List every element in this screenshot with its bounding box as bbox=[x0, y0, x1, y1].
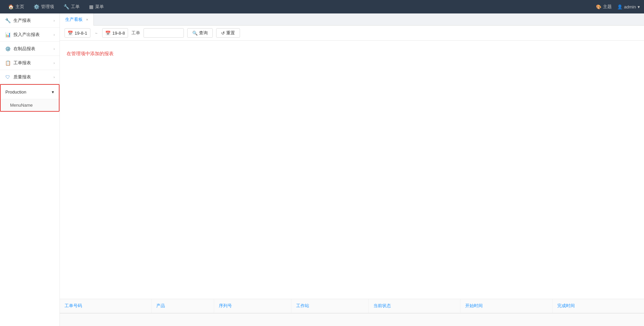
sidebar-item-production-report-left: 🔧 生产报表 bbox=[5, 17, 31, 24]
production-report-chevron-icon: › bbox=[53, 19, 55, 23]
home-icon: 🏠 bbox=[8, 4, 14, 9]
input-output-icon: 📊 bbox=[5, 32, 11, 37]
col-workorder-code: 工单号码 bbox=[60, 299, 151, 313]
layout: 🔧 生产报表 › 📊 投入产出报表 › ⚙️ 在制品报表 › 📋 工单报表 bbox=[0, 13, 644, 326]
sidebar-item-production-report-label: 生产报表 bbox=[13, 17, 31, 24]
sidebar-item-workorder-label: 工单报表 bbox=[13, 60, 31, 66]
sidebar-item-wip-left: ⚙️ 在制品报表 bbox=[5, 46, 35, 52]
col-current-status: 当前状态 bbox=[368, 299, 460, 313]
toolbar: 📅 19-8-1 ~ 📅 19-8-8 工单 🔍 查询 ↺ 重置 bbox=[60, 26, 644, 41]
query-icon: 🔍 bbox=[192, 31, 198, 36]
nav-admin-label: 管理项 bbox=[41, 4, 54, 10]
theme-label: 主题 bbox=[603, 4, 612, 10]
tab-production-dashboard-label: 生产看板 bbox=[65, 16, 83, 23]
sidebar-group-header[interactable]: Production ▾ bbox=[1, 85, 59, 99]
info-message: 在管理项中添加的报表 bbox=[67, 47, 637, 60]
sidebar-item-wip-label: 在制品报表 bbox=[13, 46, 35, 52]
sidebar-item-workorder-left: 📋 工单报表 bbox=[5, 60, 31, 66]
end-date-input[interactable]: 📅 19-8-8 bbox=[102, 28, 128, 38]
nav-menu-label: 菜单 bbox=[95, 4, 104, 10]
theme-switcher[interactable]: 🎨 主题 bbox=[596, 4, 612, 10]
theme-icon: 🎨 bbox=[596, 4, 601, 9]
col-product: 产品 bbox=[151, 299, 214, 313]
top-nav-left: 🏠 主页 ⚙️ 管理项 🔧 工单 ▦ 菜单 bbox=[4, 0, 108, 13]
nav-home-label: 主页 bbox=[15, 4, 24, 10]
sidebar-item-quality-report[interactable]: 🛡 质量报表 › bbox=[0, 70, 59, 84]
nav-workorder[interactable]: 🔧 工单 bbox=[59, 0, 84, 13]
end-date-calendar-icon: 📅 bbox=[105, 31, 111, 36]
input-output-chevron-icon: › bbox=[53, 33, 55, 37]
tab-production-dashboard[interactable]: 生产看板 × bbox=[60, 13, 94, 26]
nav-admin[interactable]: ⚙️ 管理项 bbox=[30, 0, 58, 13]
user-menu[interactable]: 👤 admin ▾ bbox=[617, 4, 640, 9]
sidebar-item-production-report[interactable]: 🔧 生产报表 › bbox=[0, 13, 59, 28]
sidebar-menu-name-label: MenuName bbox=[10, 103, 33, 108]
col-serial-no: 序列号 bbox=[214, 299, 291, 313]
sidebar-item-quality-left: 🛡 质量报表 bbox=[5, 74, 31, 80]
user-chevron-icon: ▾ bbox=[638, 4, 640, 9]
menu-icon: ▦ bbox=[89, 4, 93, 9]
sidebar-item-quality-label: 质量报表 bbox=[13, 74, 31, 80]
table-header-row: 工单号码 产品 序列号 工作站 当前状态 开始时间 完成时间 bbox=[60, 299, 644, 313]
start-date-value: 19-8-1 bbox=[75, 31, 87, 36]
table-wrapper: 工单号码 产品 序列号 工作站 当前状态 开始时间 完成时间 bbox=[60, 299, 644, 314]
quality-icon: 🛡 bbox=[5, 74, 11, 80]
sidebar-item-input-output-report[interactable]: 📊 投入产出报表 › bbox=[0, 28, 59, 42]
tab-bar: 生产看板 × bbox=[60, 13, 644, 26]
reset-button[interactable]: ↺ 重置 bbox=[216, 28, 240, 38]
sidebar-group-chevron-icon: ▾ bbox=[52, 89, 54, 95]
date-separator: ~ bbox=[94, 31, 99, 36]
data-table: 工单号码 产品 序列号 工作站 当前状态 开始时间 完成时间 bbox=[60, 299, 644, 314]
workorder-label: 工单 bbox=[131, 30, 140, 36]
top-nav: 🏠 主页 ⚙️ 管理项 🔧 工单 ▦ 菜单 🎨 主题 👤 admin ▾ bbox=[0, 0, 644, 13]
query-button[interactable]: 🔍 查询 bbox=[187, 28, 213, 38]
sidebar: 🔧 生产报表 › 📊 投入产出报表 › ⚙️ 在制品报表 › 📋 工单报表 bbox=[0, 13, 60, 326]
col-start-time: 开始时间 bbox=[460, 299, 553, 313]
sidebar-item-workorder-report[interactable]: 📋 工单报表 › bbox=[0, 56, 59, 70]
content-area: 📅 19-8-1 ~ 📅 19-8-8 工单 🔍 查询 ↺ 重置 bbox=[60, 26, 644, 326]
sidebar-menu-name[interactable]: MenuName bbox=[1, 99, 59, 111]
sidebar-item-input-output-label: 投入产出报表 bbox=[13, 32, 40, 38]
tab-close-icon[interactable]: × bbox=[86, 17, 88, 22]
production-report-icon: 🔧 bbox=[5, 18, 11, 23]
start-date-calendar-icon: 📅 bbox=[68, 31, 73, 36]
wip-icon: ⚙️ bbox=[5, 46, 11, 51]
nav-menu[interactable]: ▦ 菜单 bbox=[85, 0, 108, 13]
sidebar-production-group: Production ▾ MenuName bbox=[0, 84, 59, 112]
sidebar-group-label: Production bbox=[5, 89, 26, 95]
workorder-chevron-icon: › bbox=[53, 61, 55, 65]
reset-icon: ↺ bbox=[221, 31, 225, 36]
sidebar-item-wip-report[interactable]: ⚙️ 在制品报表 › bbox=[0, 42, 59, 56]
col-finish-time: 完成时间 bbox=[553, 299, 644, 313]
wip-chevron-icon: › bbox=[53, 47, 55, 51]
reset-label: 重置 bbox=[226, 30, 235, 36]
workorder-input[interactable] bbox=[144, 28, 184, 38]
user-label: admin bbox=[624, 4, 636, 9]
content-footer bbox=[60, 313, 644, 326]
admin-icon: ⚙️ bbox=[34, 4, 39, 9]
workorder-nav-icon: 🔧 bbox=[64, 4, 69, 9]
sidebar-item-input-output-left: 📊 投入产出报表 bbox=[5, 32, 40, 38]
end-date-value: 19-8-8 bbox=[112, 31, 125, 36]
top-nav-right: 🎨 主题 👤 admin ▾ bbox=[596, 4, 640, 10]
message-area: 在管理项中添加的报表 bbox=[60, 41, 644, 299]
user-icon: 👤 bbox=[617, 4, 622, 9]
start-date-input[interactable]: 📅 19-8-1 bbox=[65, 28, 90, 38]
query-label: 查询 bbox=[199, 30, 208, 36]
workorder-report-icon: 📋 bbox=[5, 60, 11, 66]
col-workstation: 工作站 bbox=[291, 299, 368, 313]
nav-home[interactable]: 🏠 主页 bbox=[4, 0, 28, 13]
quality-chevron-icon: › bbox=[53, 75, 55, 79]
nav-workorder-label: 工单 bbox=[71, 4, 80, 10]
main-content: 生产看板 × 📅 19-8-1 ~ 📅 19-8-8 工单 🔍 bbox=[60, 13, 644, 326]
